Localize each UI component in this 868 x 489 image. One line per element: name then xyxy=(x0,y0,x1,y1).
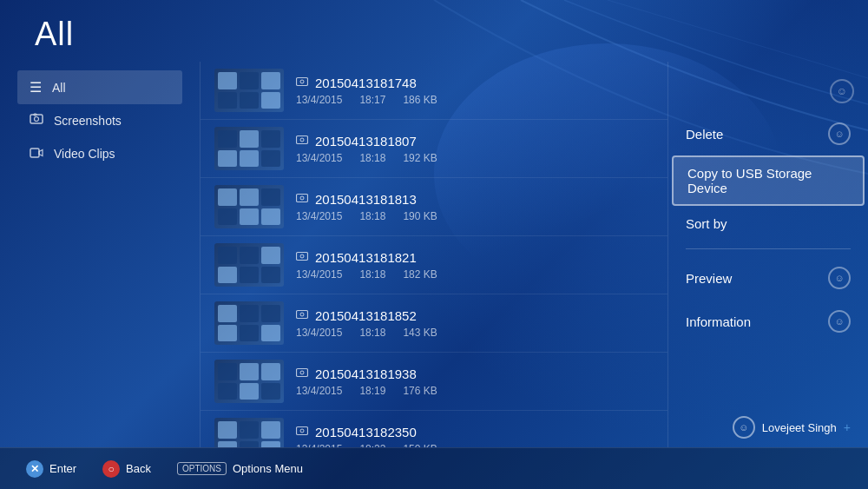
file-time: 18:17 xyxy=(359,94,385,106)
file-type-icon xyxy=(296,135,308,148)
user-info: ☺ Lovejeet Singh + xyxy=(733,416,851,439)
footer: ✕ Enter ○ Back OPTIONS Options Menu xyxy=(0,447,868,489)
footer-back: ○ Back xyxy=(102,460,151,478)
file-info: 20150413182350 13/4/2015 18:23 150 KB xyxy=(296,425,654,448)
file-item[interactable]: 20150413181813 13/4/2015 18:18 190 KB xyxy=(201,178,667,236)
file-item[interactable]: 20150413181852 13/4/2015 18:18 143 KB xyxy=(201,294,667,353)
svg-point-11 xyxy=(300,196,304,200)
file-info: 20150413181821 13/4/2015 18:18 182 KB xyxy=(296,250,654,281)
file-item[interactable]: 20150413181821 13/4/2015 18:18 182 KB xyxy=(201,236,667,294)
file-meta: 13/4/2015 18:18 182 KB xyxy=(296,268,654,281)
file-item[interactable]: 20150413182350 13/4/2015 18:23 150 KB xyxy=(201,411,667,447)
file-type-icon xyxy=(296,367,308,380)
file-thumbnail xyxy=(214,360,284,403)
file-date: 13/4/2015 xyxy=(296,152,342,164)
file-name: 20150413181807 xyxy=(315,134,417,149)
header: All xyxy=(0,0,868,62)
file-size: 192 KB xyxy=(403,152,437,164)
sidebar: ☰ All Screenshots xyxy=(0,62,200,447)
file-type-icon xyxy=(296,193,308,206)
context-item-delete[interactable]: Delete ☺ xyxy=(668,112,868,155)
sidebar-item-video-clips[interactable]: Video Clips xyxy=(17,137,182,170)
user-name: Lovejeet Singh xyxy=(762,421,837,434)
file-date: 13/4/2015 xyxy=(296,268,342,281)
footer-options: OPTIONS Options Menu xyxy=(177,462,303,475)
file-size: 143 KB xyxy=(403,327,437,339)
video-icon xyxy=(30,146,43,162)
svg-point-19 xyxy=(300,429,304,433)
svg-rect-12 xyxy=(297,252,308,260)
file-thumbnail xyxy=(214,69,284,112)
file-list: 20150413181748 13/4/2015 18:17 186 KB xyxy=(200,62,668,447)
o-button-icon: ○ xyxy=(102,460,120,478)
context-item-sort-by[interactable]: Sort by xyxy=(668,206,868,241)
file-item[interactable]: 20150413181807 13/4/2015 18:18 192 KB xyxy=(201,120,667,178)
file-meta: 13/4/2015 18:18 192 KB xyxy=(296,152,654,164)
file-item[interactable]: 20150413181748 13/4/2015 18:17 186 KB xyxy=(201,62,667,120)
file-name: 20150413181938 xyxy=(315,367,417,381)
file-thumbnail xyxy=(214,185,284,228)
file-info: 20150413181807 13/4/2015 18:18 192 KB xyxy=(296,134,654,164)
sidebar-label-video-clips: Video Clips xyxy=(54,147,115,161)
file-meta: 13/4/2015 18:19 176 KB xyxy=(296,385,654,397)
file-time: 18:18 xyxy=(359,327,385,339)
right-icon-top: ☺ xyxy=(830,79,854,103)
file-size: 186 KB xyxy=(403,94,437,106)
information-icon-right: ☺ xyxy=(828,310,851,333)
file-date: 13/4/2015 xyxy=(296,385,342,397)
sidebar-label-screenshots: Screenshots xyxy=(54,114,122,128)
file-info: 20150413181938 13/4/2015 18:19 176 KB xyxy=(296,367,654,397)
svg-rect-2 xyxy=(30,115,43,123)
x-button-icon: ✕ xyxy=(26,460,43,478)
file-info: 20150413181748 13/4/2015 18:17 186 KB xyxy=(296,76,654,106)
context-item-information[interactable]: Information ☺ xyxy=(668,300,868,343)
context-item-copy-usb[interactable]: Copy to USB Storage Device xyxy=(672,155,865,206)
page-title: All xyxy=(35,16,833,53)
sidebar-label-all: All xyxy=(52,81,66,95)
context-item-preview[interactable]: Preview ☺ xyxy=(668,256,868,300)
svg-rect-14 xyxy=(297,310,308,318)
svg-point-3 xyxy=(35,117,39,122)
all-icon: ☰ xyxy=(30,79,42,96)
file-name: 20150413181813 xyxy=(315,192,417,207)
file-size: 190 KB xyxy=(403,210,437,222)
file-thumbnail xyxy=(214,301,284,345)
options-button-icon: OPTIONS xyxy=(177,462,227,475)
file-name: 20150413181852 xyxy=(315,308,417,323)
file-thumbnail xyxy=(214,418,284,447)
file-type-icon xyxy=(296,76,308,89)
user-avatar: ☺ xyxy=(733,416,755,439)
preview-label: Preview xyxy=(686,271,732,286)
preview-icon-right: ☺ xyxy=(828,267,851,289)
file-thumbnail xyxy=(214,127,284,170)
file-time: 18:18 xyxy=(359,268,385,281)
file-meta: 13/4/2015 18:18 190 KB xyxy=(296,210,654,222)
svg-rect-18 xyxy=(297,426,308,434)
sidebar-item-screenshots[interactable]: Screenshots xyxy=(17,104,182,137)
main-content: ☰ All Screenshots xyxy=(0,62,868,447)
file-time: 18:18 xyxy=(359,210,385,222)
file-name: 20150413181821 xyxy=(315,250,417,265)
file-size: 182 KB xyxy=(403,268,437,281)
enter-label: Enter xyxy=(49,462,76,475)
file-name: 20150413182350 xyxy=(315,425,417,439)
footer-enter: ✕ Enter xyxy=(26,460,76,478)
user-plus-icon: + xyxy=(844,420,851,434)
back-label: Back xyxy=(126,462,151,475)
file-time: 18:19 xyxy=(359,385,385,397)
svg-rect-8 xyxy=(297,135,308,143)
file-info: 20150413181852 13/4/2015 18:18 143 KB xyxy=(296,308,654,339)
delete-label: Delete xyxy=(686,127,723,142)
information-label: Information xyxy=(686,314,751,329)
svg-point-17 xyxy=(300,371,304,374)
file-info: 20150413181813 13/4/2015 18:18 190 KB xyxy=(296,192,654,222)
svg-point-15 xyxy=(300,313,304,316)
svg-point-7 xyxy=(300,80,304,83)
options-menu-label: Options Menu xyxy=(233,462,303,475)
svg-rect-5 xyxy=(30,149,39,157)
file-date: 13/4/2015 xyxy=(296,210,342,222)
file-type-icon xyxy=(296,426,308,439)
sidebar-item-all[interactable]: ☰ All xyxy=(17,70,182,104)
file-item[interactable]: 20150413181938 13/4/2015 18:19 176 KB xyxy=(201,353,667,411)
svg-point-9 xyxy=(300,138,304,142)
